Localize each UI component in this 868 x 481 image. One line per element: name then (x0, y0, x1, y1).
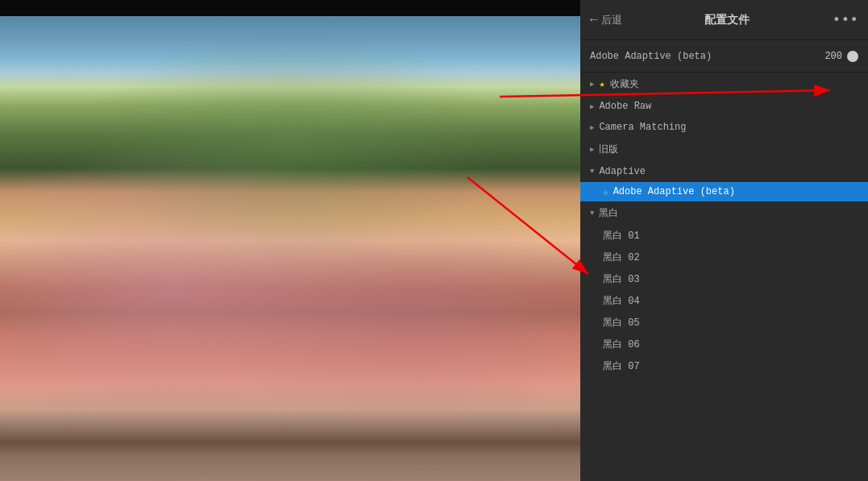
preset-label-bw05: 黑白 05 (603, 317, 640, 329)
preset-item-bw04[interactable]: 黑白 04 (580, 290, 868, 312)
preset-item-bw01[interactable]: 黑白 01 (580, 225, 868, 247)
preset-item-bw05[interactable]: 黑白 05 (580, 312, 868, 334)
triangle-icon-favorites: ▶ (590, 80, 594, 89)
right-panel: ← 后退 配置文件 ••• Adobe Adaptive (beta) 200 … (580, 0, 868, 481)
section-header-legacy[interactable]: ▶旧版 (580, 138, 868, 161)
current-preset-value: 200 (824, 51, 842, 62)
preset-item-adobe_adaptive_beta[interactable]: ☆Adobe Adaptive (beta) (580, 182, 868, 201)
amount-slider[interactable] (847, 51, 858, 62)
section-label-camera_matching: Camera Matching (599, 122, 686, 133)
photo-area (0, 0, 580, 481)
triangle-icon-adaptive: ▼ (590, 168, 594, 176)
more-options-button[interactable]: ••• (833, 12, 858, 28)
preset-label-bw06: 黑白 06 (603, 339, 640, 350)
panel-title: 配置文件 (629, 13, 826, 27)
preset-label-bw02: 黑白 02 (603, 252, 640, 263)
photo-background (0, 0, 580, 481)
preset-item-bw03[interactable]: 黑白 03 (580, 268, 868, 290)
section-header-camera_matching[interactable]: ▶Camera Matching (580, 117, 868, 138)
preset-list[interactable]: ▶★收藏夹▶Adobe Raw▶Camera Matching▶旧版▼Adapt… (580, 73, 868, 481)
photo-top-bar (0, 0, 580, 16)
current-preset-bar: Adobe Adaptive (beta) 200 (580, 40, 868, 73)
section-label-favorites: 收藏夹 (610, 77, 639, 91)
back-arrow-icon: ← (590, 13, 598, 27)
preset-label-adobe_adaptive_beta: Adobe Adaptive (beta) (613, 186, 735, 197)
photo-overlay (0, 0, 580, 481)
star-icon-favorites: ★ (599, 78, 604, 90)
section-header-black_white[interactable]: ▼黑白 (580, 201, 868, 225)
triangle-icon-legacy: ▶ (590, 145, 594, 154)
section-header-adobe_raw[interactable]: ▶Adobe Raw (580, 96, 868, 117)
preset-label-bw03: 黑白 03 (603, 274, 640, 285)
preset-label-bw07: 黑白 07 (603, 361, 640, 372)
triangle-icon-black_white: ▼ (590, 209, 594, 218)
preset-label-bw04: 黑白 04 (603, 296, 640, 307)
triangle-icon-adobe_raw: ▶ (590, 102, 594, 111)
section-label-legacy: 旧版 (599, 143, 618, 156)
section-label-black_white: 黑白 (599, 206, 618, 220)
current-preset-name: Adobe Adaptive (beta) (590, 51, 824, 62)
section-label-adaptive: Adaptive (599, 166, 646, 177)
section-header-adaptive[interactable]: ▼Adaptive (580, 161, 868, 182)
back-button[interactable]: ← 后退 (590, 13, 622, 27)
panel-header: ← 后退 配置文件 ••• (580, 0, 868, 40)
preset-item-bw02[interactable]: 黑白 02 (580, 247, 868, 268)
preset-label-bw01: 黑白 01 (603, 230, 640, 242)
section-label-adobe_raw: Adobe Raw (599, 101, 651, 112)
preset-item-bw07[interactable]: 黑白 07 (580, 355, 868, 377)
back-label: 后退 (601, 13, 622, 27)
triangle-icon-camera_matching: ▶ (590, 123, 594, 132)
preset-item-bw06[interactable]: 黑白 06 (580, 334, 868, 355)
active-star-icon: ☆ (603, 187, 608, 197)
section-header-favorites[interactable]: ▶★收藏夹 (580, 73, 868, 96)
